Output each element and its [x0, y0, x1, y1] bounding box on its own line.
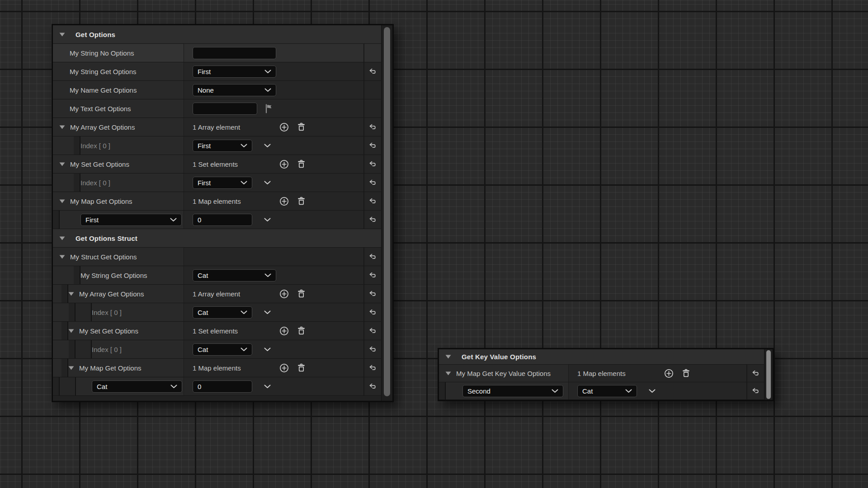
undo-arrow-icon[interactable]	[751, 369, 760, 378]
category-header-row[interactable]: Get Options Struct	[53, 229, 381, 248]
triangle-down-icon[interactable]	[445, 355, 451, 359]
dropdown-select[interactable]: Cat	[577, 385, 637, 397]
undo-arrow-icon[interactable]	[368, 271, 377, 280]
undo-arrow-icon[interactable]	[368, 326, 377, 335]
triangle-down-icon[interactable]	[68, 329, 74, 333]
undo-arrow-icon[interactable]	[368, 141, 377, 150]
plus-circle-icon[interactable]	[663, 368, 675, 379]
undo-arrow-icon[interactable]	[751, 386, 760, 395]
property-name-cell: First	[53, 211, 184, 229]
triangle-down-icon[interactable]	[68, 366, 74, 370]
element-options-chevron-icon[interactable]	[264, 347, 271, 352]
property-name-cell: My Map Get Options	[53, 359, 184, 377]
dropdown-select[interactable]: Cat	[193, 306, 252, 319]
dropdown-select[interactable]: Cat	[193, 343, 252, 356]
property-label: My Text Get Options	[70, 105, 131, 113]
property-name-cell: Index [ 0 ]	[53, 340, 184, 358]
triangle-down-icon[interactable]	[445, 371, 451, 375]
map-key-dropdown[interactable]: Cat	[92, 380, 182, 393]
dropdown-select[interactable]: Cat	[193, 269, 276, 282]
trash-icon[interactable]	[296, 159, 307, 169]
element-options-chevron-icon[interactable]	[264, 181, 271, 185]
trash-icon[interactable]	[296, 122, 307, 132]
plus-circle-icon[interactable]	[278, 325, 290, 337]
undo-arrow-icon[interactable]	[368, 345, 377, 354]
triangle-down-icon[interactable]	[59, 125, 65, 129]
triangle-down-icon[interactable]	[59, 255, 65, 259]
property-label: My Map Get Key Value Options	[456, 370, 551, 377]
property-value-cell: First	[184, 136, 363, 155]
property-value-cell: 0	[184, 377, 363, 395]
indent-guide	[74, 174, 80, 192]
plus-circle-icon[interactable]	[278, 196, 290, 207]
triangle-down-icon[interactable]	[59, 33, 65, 37]
undo-arrow-icon[interactable]	[368, 215, 377, 224]
trash-icon[interactable]	[681, 368, 691, 379]
map-key-dropdown[interactable]: Second	[462, 385, 563, 397]
property-row: My Array Get Options1 Array element	[53, 285, 381, 303]
category-header-row[interactable]: Get Options	[53, 25, 381, 44]
input-value: 0	[198, 383, 201, 390]
chevron-down-icon	[241, 347, 247, 352]
triangle-down-icon[interactable]	[59, 199, 65, 203]
property-name-cell: Index [ 0 ]	[53, 136, 184, 155]
plus-circle-icon[interactable]	[278, 122, 290, 133]
element-options-chevron-icon[interactable]	[649, 389, 656, 393]
element-options-chevron-icon[interactable]	[264, 218, 271, 222]
element-options-chevron-icon[interactable]	[264, 310, 271, 314]
undo-arrow-icon[interactable]	[368, 197, 377, 206]
triangle-down-icon[interactable]	[68, 292, 74, 296]
property-value-cell: 1 Array element	[184, 118, 363, 136]
property-name-cell: My String Get Options	[53, 62, 184, 80]
property-label: Index [ 0 ]	[80, 179, 110, 187]
reset-to-default-cell	[746, 365, 764, 382]
dropdown-select[interactable]: First	[193, 66, 276, 78]
map-value-input[interactable]: 0	[193, 380, 252, 393]
scrollbar-track[interactable]	[381, 25, 392, 401]
property-value-cell: 1 Map elements	[184, 359, 363, 377]
scrollbar-thumb[interactable]	[384, 27, 390, 396]
scrollbar-track[interactable]	[764, 349, 773, 400]
property-value-cell: 0	[184, 211, 363, 229]
blueprint-graph-background[interactable]: Get OptionsMy String No OptionsMy String…	[0, 0, 868, 488]
trash-icon[interactable]	[296, 288, 307, 299]
undo-arrow-icon[interactable]	[368, 289, 377, 298]
map-key-dropdown[interactable]: First	[80, 214, 182, 226]
trash-icon[interactable]	[296, 362, 307, 373]
trash-icon[interactable]	[296, 325, 307, 336]
undo-arrow-icon[interactable]	[368, 363, 377, 372]
undo-arrow-icon[interactable]	[368, 122, 377, 131]
scrollbar-thumb[interactable]	[766, 350, 771, 399]
triangle-down-icon[interactable]	[59, 236, 65, 240]
reset-to-default-cell	[363, 81, 381, 99]
undo-arrow-icon[interactable]	[368, 308, 377, 317]
undo-arrow-icon[interactable]	[368, 160, 377, 169]
element-options-chevron-icon[interactable]	[264, 144, 271, 148]
property-label: My String No Options	[70, 49, 134, 57]
element-options-chevron-icon[interactable]	[264, 385, 271, 389]
property-value-cell: 1 Set elements	[184, 155, 363, 173]
chevron-down-icon	[264, 273, 271, 277]
text-input[interactable]	[193, 103, 257, 115]
undo-arrow-icon[interactable]	[368, 382, 377, 391]
plus-circle-icon[interactable]	[278, 362, 290, 374]
triangle-down-icon[interactable]	[59, 162, 65, 166]
dropdown-select[interactable]: None	[193, 84, 276, 96]
dropdown-select[interactable]: First	[193, 140, 252, 152]
plus-circle-icon[interactable]	[278, 159, 290, 170]
map-value-input[interactable]: 0	[193, 214, 252, 226]
undo-arrow-icon[interactable]	[368, 252, 377, 261]
plus-circle-icon[interactable]	[278, 288, 290, 300]
dropdown-select[interactable]: First	[193, 177, 252, 189]
indent-guide	[75, 340, 92, 358]
property-value-cell: First	[184, 62, 363, 80]
indent-guide	[69, 303, 75, 321]
category-header-row[interactable]: Get Key Value Options	[439, 349, 764, 365]
property-name-cell: My Set Get Options	[53, 155, 184, 173]
elements-count: 1 Set elements	[193, 160, 278, 168]
trash-icon[interactable]	[296, 196, 307, 206]
property-row: My Struct Get Options	[53, 248, 381, 266]
undo-arrow-icon[interactable]	[368, 178, 377, 187]
undo-arrow-icon[interactable]	[368, 67, 377, 76]
string-input[interactable]	[193, 47, 276, 59]
